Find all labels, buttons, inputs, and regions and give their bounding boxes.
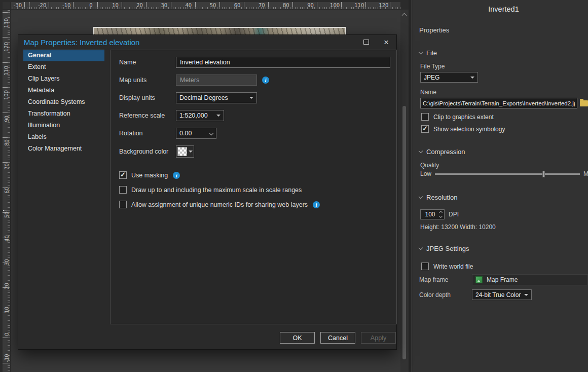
dialog-titlebar[interactable]: Map Properties: Inverted elevation × <box>18 35 396 49</box>
info-icon[interactable]: i <box>262 77 269 84</box>
ruler-label: 90 <box>4 116 9 122</box>
sidebar-item-labels[interactable]: Labels <box>23 131 104 143</box>
ruler-label: 90 <box>303 3 318 9</box>
ruler-label: -10 <box>59 3 74 9</box>
map-frame-preview[interactable] <box>93 27 346 35</box>
dropdown-arrow-icon <box>216 115 220 117</box>
ruler-label: 60 <box>4 188 9 194</box>
dropdown-arrow-icon <box>470 77 474 79</box>
reference-scale-select[interactable]: 1:520,000 <box>176 110 224 121</box>
section-header-compression[interactable]: Compression <box>419 148 588 156</box>
checkbox-label: Clip to graphics extent <box>433 114 494 121</box>
field-label: Rotation <box>119 130 176 137</box>
map-units-input <box>176 75 257 86</box>
background-color-picker[interactable] <box>176 145 194 158</box>
ruler-label: 40 <box>181 3 196 9</box>
ruler-label: -10 <box>4 354 10 362</box>
ruler-label: 130 <box>4 18 10 28</box>
dialog-checkboxes: Use maskingiDraw up to and including the… <box>119 170 390 210</box>
dpi-unit-label: DPI <box>449 211 459 218</box>
checkbox-label: Write world file <box>433 263 473 270</box>
map-properties-dialog: Map Properties: Inverted elevation × Gen… <box>18 34 397 350</box>
field-label: Name <box>119 59 176 66</box>
select-value: JPEG <box>424 74 470 81</box>
apply-button: Apply <box>361 332 396 344</box>
sidebar-item-coordinate-systems[interactable]: Coordinate Systems <box>23 96 104 108</box>
scrollbar-thumb[interactable] <box>402 106 406 359</box>
section-header-resolution[interactable]: Resolution <box>419 194 588 201</box>
form-row-map-units: Map units i <box>119 75 390 86</box>
map-name-input[interactable] <box>176 57 390 68</box>
slider-min-label: Low <box>420 170 431 177</box>
checkbox[interactable] <box>119 171 127 179</box>
field-label: Map units <box>119 77 176 84</box>
browse-folder-icon[interactable] <box>580 100 588 106</box>
display-units-select[interactable]: Decimal Degrees <box>176 92 257 103</box>
file-type-select[interactable]: JPEG <box>420 72 478 83</box>
selection-symbology-checkbox-row[interactable]: Show selection symbology <box>421 125 588 133</box>
sidebar-item-color-management[interactable]: Color Management <box>23 143 104 155</box>
map-frame-row: Map frame Map Frame <box>419 274 588 285</box>
close-button[interactable]: × <box>376 35 396 49</box>
ruler-cursor-marker <box>29 3 30 9</box>
sidebar-item-clip-layers[interactable]: Clip Layers <box>23 73 104 85</box>
sidebar-item-extent[interactable]: Extent <box>23 61 104 73</box>
checkbox[interactable] <box>421 263 429 270</box>
select-value: Decimal Degrees <box>179 94 249 101</box>
sidebar-item-illumination[interactable]: Illumination <box>23 120 104 131</box>
section-header-file[interactable]: File <box>419 49 588 57</box>
section-title: File <box>426 49 437 57</box>
quality-slider-thumb[interactable] <box>542 171 545 177</box>
ruler-label: 70 <box>254 3 269 9</box>
info-icon[interactable]: i <box>173 172 180 179</box>
scroll-up-icon[interactable] <box>402 13 407 18</box>
map-frame-label: Map frame <box>419 276 472 283</box>
v-ruler-labels: 1301201101009080706050403020100-10 <box>3 20 11 361</box>
ruler-label: 20 <box>4 283 9 289</box>
checkbox[interactable] <box>119 186 127 194</box>
checkbox-label: Show selection symbology <box>433 126 505 133</box>
info-icon[interactable]: i <box>313 201 320 208</box>
field-label: Reference scale <box>119 112 176 119</box>
window-buttons: × <box>356 35 396 49</box>
checkbox-row: Allow assignment of unique numeric IDs f… <box>119 199 390 210</box>
checkbox[interactable] <box>119 201 127 208</box>
select-value: 24-bit True Color <box>475 291 524 299</box>
form-row-display-units: Display units Decimal Degrees <box>119 92 390 103</box>
checkbox[interactable] <box>421 125 429 133</box>
maximize-button[interactable] <box>356 35 376 49</box>
sidebar-item-metadata[interactable]: Metadata <box>23 85 104 96</box>
ruler-label: 0 <box>83 3 98 9</box>
dialog-content-panel: Name Map units i Display units Decimal D… <box>110 50 397 324</box>
dpi-row: 100 DPI <box>420 209 588 219</box>
clip-extent-checkbox-row[interactable]: Clip to graphics extent <box>421 113 588 121</box>
cancel-button[interactable]: Cancel <box>320 332 355 344</box>
sidebar-item-general[interactable]: General <box>23 50 104 61</box>
rotation-combo[interactable]: 0.00 <box>176 128 216 139</box>
chevron-down-icon <box>419 50 423 54</box>
form-row-rotation: Rotation 0.00 <box>119 128 390 139</box>
checkbox[interactable] <box>421 113 429 121</box>
application-window: -30-20-100102030405060708090100110120 13… <box>0 0 588 372</box>
section-header-jpeg-settings[interactable]: JPEG Settings <box>419 245 588 252</box>
spinner-buttons[interactable] <box>439 211 442 217</box>
chevron-down-icon <box>419 149 423 153</box>
section-title: Resolution <box>426 194 457 201</box>
ruler-label: 40 <box>4 235 9 242</box>
canvas-vertical-scrollbar[interactable] <box>400 10 409 372</box>
close-icon: × <box>384 38 389 47</box>
transparent-swatch <box>177 147 187 156</box>
dialog-title: Map Properties: Inverted elevation <box>24 38 139 47</box>
quality-slider[interactable] <box>435 170 580 177</box>
map-frame-select[interactable]: Map Frame <box>472 274 588 285</box>
color-depth-select[interactable]: 24-bit True Color <box>472 289 532 300</box>
ruler-label: 120 <box>376 3 391 9</box>
dpi-spinner[interactable]: 100 <box>420 209 445 219</box>
ruler-label: 60 <box>230 3 245 9</box>
file-path-input[interactable] <box>420 98 577 108</box>
form-row-reference-scale: Reference scale 1:520,000 <box>119 110 390 121</box>
sidebar-item-transformation[interactable]: Transformation <box>23 108 104 120</box>
world-file-checkbox-row[interactable]: Write world file <box>421 263 588 270</box>
ok-button[interactable]: OK <box>280 332 315 344</box>
section-title: Compression <box>426 148 465 156</box>
